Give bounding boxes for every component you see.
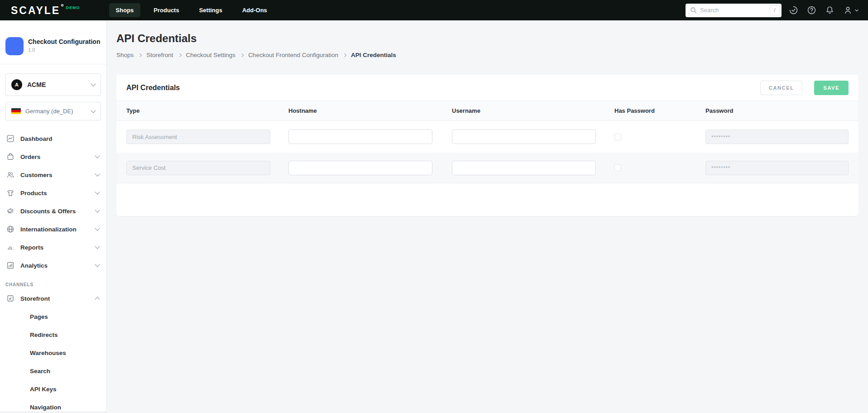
task-check-icon — [789, 5, 798, 15]
breadcrumb-storefront[interactable]: Storefront — [146, 52, 173, 58]
germany-flag-icon — [11, 108, 21, 114]
channels-section-label: CHANNELS — [0, 274, 106, 289]
chevron-down-icon — [95, 226, 100, 231]
shop-avatar: A — [11, 79, 22, 90]
sidebar-item-customers[interactable]: Customers — [0, 166, 106, 184]
sidebar-item-storefront[interactable]: Storefront — [0, 289, 106, 307]
hostname-input[interactable] — [288, 130, 432, 144]
scayle-logo[interactable]: SCAYLE ° DEMO — [11, 5, 80, 16]
chevron-right-icon — [138, 53, 142, 57]
sidebar: Checkout Configuration ... 1.0 A ACME Ge… — [0, 20, 107, 413]
password-input — [705, 161, 849, 175]
chevron-down-icon — [95, 244, 100, 249]
topbar-icons — [789, 5, 859, 15]
sidebar-item-reports[interactable]: Reports — [0, 238, 106, 256]
sidebar-item-internationalization[interactable]: Internationalization — [0, 220, 106, 238]
notifications-button[interactable] — [825, 5, 834, 15]
megaphone-icon — [6, 207, 14, 215]
breadcrumb-api-credentials: API Credentials — [351, 52, 396, 58]
hostname-input[interactable] — [288, 161, 432, 175]
app-header: Checkout Configuration ... 1.0 — [0, 20, 106, 64]
sidebar-subitem-search[interactable]: Search — [0, 362, 106, 380]
chevron-down-icon — [91, 108, 96, 113]
chevron-down-icon — [91, 81, 96, 86]
sidebar-item-analytics[interactable]: Analytics — [0, 256, 106, 274]
chevron-down-icon — [95, 171, 100, 176]
tab-products[interactable]: Products — [147, 3, 186, 17]
logo-degree-mark: ° — [61, 5, 63, 10]
api-credentials-card: API Credentials CANCEL SAVE Type Hostnam… — [116, 75, 858, 216]
sidebar-item-dashboard[interactable]: Dashboard — [0, 130, 106, 148]
user-menu-button[interactable] — [843, 5, 859, 15]
sidebar-subitem-redirects[interactable]: Redirects — [0, 326, 106, 344]
has-password-checkbox[interactable] — [614, 134, 621, 140]
analytics-icon — [6, 261, 14, 269]
tab-settings[interactable]: Settings — [192, 3, 229, 17]
card-footer — [116, 183, 858, 216]
logo-text: SCAYLE — [11, 5, 60, 16]
table-row-risk-assessment — [116, 121, 858, 153]
save-button[interactable]: SAVE — [814, 81, 849, 95]
dashboard-icon — [6, 134, 14, 143]
shop-selector[interactable]: A ACME — [5, 73, 101, 96]
chevron-down-icon — [95, 189, 100, 194]
sidebar-item-products[interactable]: Products — [0, 184, 106, 202]
username-input[interactable] — [452, 161, 596, 175]
column-has-password: Has Password — [614, 107, 705, 114]
products-icon — [6, 189, 14, 197]
type-input — [126, 130, 270, 144]
type-input — [126, 161, 270, 175]
user-icon — [843, 5, 853, 15]
app-title: Checkout Configuration ... — [28, 38, 100, 45]
tab-add-ons[interactable]: Add-Ons — [235, 3, 274, 17]
search-shortcut-key: / — [770, 5, 780, 15]
breadcrumb-checkout-settings[interactable]: Checkout Settings — [186, 52, 236, 58]
sidebar-menu: Dashboard Orders Customers Products Disc… — [0, 130, 106, 274]
top-navigation: Shops Products Settings Add-Ons — [109, 3, 274, 17]
card-title: API Credentials — [126, 84, 180, 92]
chevron-right-icon — [240, 53, 244, 57]
column-password: Password — [705, 107, 849, 114]
bell-icon — [825, 5, 834, 15]
sidebar-item-orders[interactable]: Orders — [0, 148, 106, 166]
orders-icon — [6, 153, 14, 161]
locale-selector[interactable]: Germany (de_DE) — [5, 102, 101, 120]
table-row-service-cost — [116, 153, 858, 183]
search-icon — [690, 7, 697, 14]
tasks-button[interactable] — [789, 5, 798, 15]
page-title: API Credentials — [116, 31, 858, 46]
chevron-down-icon — [95, 262, 100, 267]
sidebar-item-discounts-offers[interactable]: Discounts & Offers — [0, 202, 106, 220]
password-input — [705, 130, 849, 144]
sidebar-subitem-warehouses[interactable]: Warehouses — [0, 344, 106, 362]
table-header: Type Hostname Username Has Password Pass… — [116, 101, 858, 121]
breadcrumb: Shops Storefront Checkout Settings Check… — [116, 52, 858, 58]
sidebar-subitem-api-keys[interactable]: API Keys — [0, 380, 106, 398]
chevron-right-icon — [343, 53, 346, 57]
sidebar-subitem-pages[interactable]: Pages — [0, 307, 106, 326]
shop-selector-label: ACME — [27, 81, 46, 88]
main-content: API Credentials Shops Storefront Checkou… — [107, 20, 868, 413]
sidebar-scroll-edge — [0, 411, 106, 413]
chevron-up-icon — [95, 297, 100, 302]
username-input[interactable] — [452, 130, 596, 144]
chevron-down-icon — [854, 8, 859, 13]
breadcrumb-shops[interactable]: Shops — [116, 52, 134, 58]
help-button[interactable] — [807, 5, 816, 15]
customers-icon — [6, 171, 14, 179]
cancel-button[interactable]: CANCEL — [760, 81, 802, 95]
column-type: Type — [126, 107, 288, 114]
column-username: Username — [452, 107, 614, 114]
has-password-checkbox[interactable] — [614, 164, 621, 171]
breadcrumb-checkout-frontend-configuration[interactable]: Checkout Frontend Configuration — [248, 52, 338, 58]
chevron-down-icon — [95, 207, 100, 212]
column-hostname: Hostname — [288, 107, 452, 114]
app-icon — [5, 37, 24, 55]
search-input[interactable] — [700, 7, 770, 14]
chevron-down-icon — [95, 153, 100, 158]
reports-icon — [6, 243, 14, 251]
tab-shops[interactable]: Shops — [109, 3, 141, 17]
globe-icon — [6, 225, 14, 233]
locale-selector-label: Germany (de_DE) — [25, 108, 73, 115]
global-search[interactable]: / — [686, 4, 782, 17]
